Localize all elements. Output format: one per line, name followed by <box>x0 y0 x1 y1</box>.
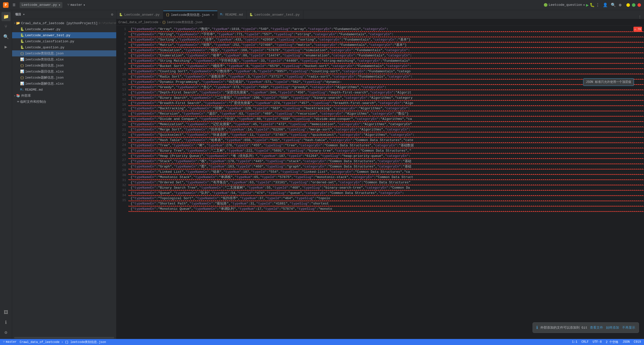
tree-file-json-solutions[interactable]: {} leetcode题解信息.json <box>12 75 116 81</box>
debug-button[interactable]: 🐛 <box>590 3 595 8</box>
error-squiggle <box>129 137 644 137</box>
tree-file-readme[interactable]: M↓ README.md <box>12 87 116 93</box>
tree-file-leetcode-answer-test[interactable]: 🐍 Leetcode_answer_test.py <box>12 32 116 38</box>
tree-file-label3: Leetcode_question.py <box>25 46 64 49</box>
search-icon[interactable]: 🔍 <box>611 3 616 8</box>
tree-file-xlsx-category[interactable]: 📊 leetcode类别信息.xlsx <box>12 56 116 62</box>
line-number: 34 <box>116 193 126 198</box>
statusbar-path[interactable]: Crawl_data_of_leetcode › {} leetcode类别信息… <box>20 340 106 344</box>
statusbar-branch[interactable]: ⑂ master <box>3 340 17 344</box>
error-squiggle <box>129 153 644 153</box>
menu-button[interactable]: ☰ <box>12 2 17 8</box>
tabs-bar: 🐍 Leetcode_answer.py {} leetcode类别信息.jso… <box>116 10 644 19</box>
line-number: 7 <box>116 57 126 62</box>
error-squiggle <box>129 121 644 122</box>
git-view-files-button[interactable]: 查看文件 <box>590 325 603 330</box>
editor-content: 1234567891011121314151617181920212223242… <box>116 26 644 339</box>
position-label: 1:1 <box>572 340 578 344</box>
activity-gallery[interactable]: 🖼 <box>2 308 11 317</box>
git-notif-icon: ℹ <box>536 325 538 330</box>
activity-search[interactable]: 🔍 <box>2 32 11 41</box>
code-line: {"typeNameEn":"Sorting","typeNameCn":"排序… <box>129 37 644 43</box>
git-dismiss-button[interactable]: 不再显示 <box>622 325 635 330</box>
terminal-icon: ⌨ <box>17 100 19 104</box>
run-config-selector[interactable]: 🟢 Leetcode_question ▾ <box>544 3 585 7</box>
tab-json-category[interactable]: {} leetcode类别信息.json ✕ <box>163 10 217 19</box>
statusbar-encoding[interactable]: UTF-8 <box>593 340 602 344</box>
code-line: {"typeNameEn":"Quickselect","typeNameCn"… <box>129 132 644 138</box>
sidebar-title[interactable]: 项目 ▾ <box>15 12 25 17</box>
tab-answer-test[interactable]: 🐍 Leetcode_answer_test.py <box>247 10 303 19</box>
line-number: 6 <box>116 52 126 57</box>
code-area[interactable]: {"typeNameEn":"Array","typeNameCn":"数组",… <box>129 26 644 339</box>
statusbar-language[interactable]: JSON <box>622 340 630 344</box>
tree-file-xlsx-problems[interactable]: 📊 leetcode题目信息.xlsx <box>12 68 116 75</box>
branch-selector[interactable]: ⑂ master ▾ <box>67 3 85 7</box>
minimize-button[interactable] <box>626 3 630 7</box>
activity-explorer[interactable]: 📁 <box>2 12 11 21</box>
activity-run[interactable]: ▶ <box>2 42 11 51</box>
activity-info[interactable]: ℹ <box>2 318 11 327</box>
account-icon[interactable]: 👤 <box>603 3 608 8</box>
sidebar-scrollbar[interactable] <box>14 337 114 338</box>
spaces-label: 2 个空格 <box>606 340 618 344</box>
line-number: 18 <box>116 112 126 117</box>
statusbar-position[interactable]: 1:1 <box>572 340 578 344</box>
more-button[interactable]: ⋮ <box>596 3 600 8</box>
tabs-more-button[interactable]: ⋮ <box>636 15 644 19</box>
tab-close-button[interactable]: ✕ <box>212 13 214 16</box>
code-line: {"typeNameEn":"Simulation","typeNameCn":… <box>129 48 644 53</box>
tree-external-libs[interactable]: ▸ 📚 外部库 <box>12 93 116 99</box>
app-logo: P <box>3 2 9 8</box>
project-selector[interactable]: Leetcode_answer.py ▾ <box>20 2 62 8</box>
error-squiggle <box>129 174 644 175</box>
tree-file-leetcode-answer[interactable]: 🐍 Leetcode_answer.py <box>12 26 116 32</box>
error-squiggle <box>129 200 644 201</box>
code-line: {"typeNameEn":"Binary Search","typeNameC… <box>129 95 644 101</box>
tree-root-label: Crawl_data_of_leetcode [pythonProject1] <box>21 21 98 25</box>
activity-git[interactable]: ⑂ <box>2 22 11 31</box>
project-chevron-icon: ▾ <box>58 3 60 7</box>
statusbar-cursor[interactable]: C919 <box>634 340 641 344</box>
git-always-add-button[interactable]: 始终添加 <box>606 325 619 330</box>
tab-leetcode-answer[interactable]: 🐍 Leetcode_answer.py <box>116 10 163 19</box>
activity-settings[interactable]: ⚙ <box>2 328 11 337</box>
statusbar-line-ending[interactable]: CRLF <box>581 340 589 344</box>
tree-file-json-problems[interactable]: {} leetcode题目信息.json <box>12 62 116 68</box>
error-squiggle <box>129 206 644 206</box>
sidebar-options-icon[interactable]: ⚙ <box>111 12 113 17</box>
line-number: 3 <box>116 37 126 42</box>
breadcrumb-project[interactable]: Crawl_data_of_leetcode <box>118 21 158 24</box>
run-button[interactable]: ▶ <box>586 2 589 8</box>
error-squiggle <box>129 37 644 37</box>
language-label: JSON <box>622 340 630 344</box>
settings-icon[interactable]: ⚙ <box>619 3 621 8</box>
tree-file-label5: leetcode类别信息.xlsx <box>25 57 64 62</box>
code-line: {"typeNameEn":"Hash Table","typeNameCn":… <box>129 138 644 143</box>
statusbar: ⑂ master Crawl_data_of_leetcode › {} lee… <box>0 339 644 345</box>
tab-readme[interactable]: M↓ README.md <box>218 10 247 19</box>
error-squiggle <box>129 179 644 180</box>
error-squiggle <box>129 52 644 53</box>
tree-file-classfication[interactable]: 🐍 Leetcode_classfication.py <box>12 38 116 44</box>
line-number: 28 <box>116 163 126 168</box>
code-line: {"typeNameEn":"Stack","typeNameCn":"栈","… <box>129 159 644 164</box>
tree-file-xlsx-solutions[interactable]: 📊 leetcode题解信息.xlsx <box>12 81 116 87</box>
breadcrumb-file[interactable]: leetcode类别信息.json <box>167 20 203 24</box>
statusbar-right: 1:1 CRLF UTF-8 2 个空格 JSON C919 <box>572 340 641 344</box>
code-line: {"typeNameEn":"Monotonic Queue","typeNam… <box>129 206 644 212</box>
tree-temp-files[interactable]: ⌨ 临时文件和控制台 <box>12 99 116 105</box>
tree-file-json-category[interactable]: {} leetcode类别信息.json <box>12 50 116 56</box>
code-line: {"typeNameEn":"Shortest Path","typeNameC… <box>129 201 644 206</box>
line-number: 4 <box>116 42 126 47</box>
close-button[interactable] <box>637 3 641 7</box>
tree-file-question[interactable]: 🐍 Leetcode_question.py <box>12 44 116 50</box>
breadcrumb-bar: Crawl_data_of_leetcode › {} leetcode类别信息… <box>116 19 644 26</box>
statusbar-spaces[interactable]: 2 个空格 <box>606 340 618 344</box>
library-icon: 📚 <box>16 94 20 98</box>
git-notification: ℹ 外部添加的文件可以添加到 Git 查看文件 始终添加 不再显示 <box>533 322 639 333</box>
maximize-button[interactable] <box>632 3 635 7</box>
tree-root[interactable]: ▾ 📂 Crawl_data_of_leetcode [pythonProjec… <box>12 20 116 26</box>
tree-file-active-label: Leetcode_answer_test.py <box>25 33 70 37</box>
error-squiggle <box>129 169 644 169</box>
